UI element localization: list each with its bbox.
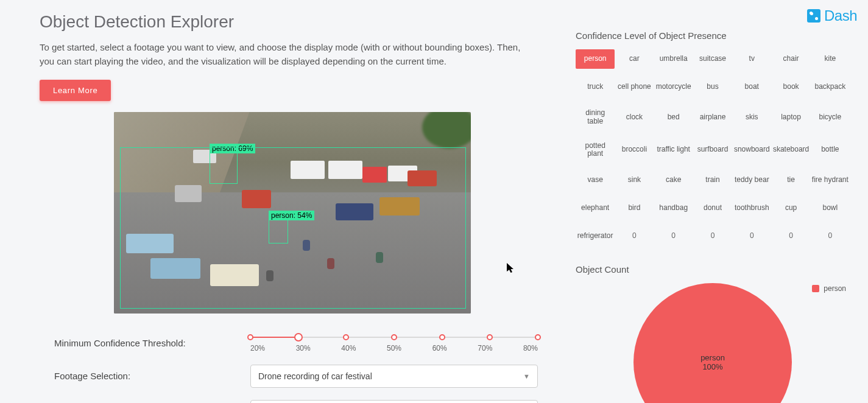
slider-handle[interactable] (294, 333, 303, 342)
threshold-label: Minimum Confidence Threshold: (54, 338, 250, 348)
heatmap-cell-person[interactable]: person (576, 49, 615, 69)
confidence-slider[interactable]: 20% 30% 40% 50% 60% 70% 80% (250, 334, 545, 352)
heatmap-cell-airplane[interactable]: airplane (693, 105, 732, 130)
heatmap-cell-fire-hydrant[interactable]: fire hydrant (811, 170, 850, 190)
heatmap-cell-bed[interactable]: bed (654, 105, 693, 130)
learn-more-button[interactable]: Learn More (40, 80, 111, 101)
heatmap-cell-bus[interactable]: bus (693, 77, 732, 97)
heatmap-cell-backpack[interactable]: backpack (811, 77, 850, 97)
heatmap-cell-snowboard[interactable]: snowboard (732, 138, 771, 163)
heatmap-cell-bird[interactable]: bird (615, 198, 654, 218)
heatmap-cell-donut[interactable]: donut (693, 198, 732, 218)
heatmap-cell-boat[interactable]: boat (732, 77, 771, 97)
heatmap-cell-tv[interactable]: tv (732, 49, 771, 69)
tick-50: 50% (387, 344, 401, 352)
heatmap-cell-0[interactable]: 0 (771, 226, 810, 246)
heatmap-cell-kite[interactable]: kite (811, 49, 850, 69)
pie-center-name: person (700, 353, 725, 362)
heatmap-cell-skateboard[interactable]: skateboard (771, 138, 810, 163)
page-title: Object Detection Explorer (40, 12, 545, 32)
detection-bbox-region (120, 147, 466, 309)
video-frame[interactable]: person: 69% person: 54% (114, 112, 471, 314)
tick-30: 30% (296, 344, 311, 352)
chevron-down-icon: ▼ (523, 373, 530, 380)
heatmap-cell-0[interactable]: 0 (732, 226, 771, 246)
heatmap-cell-bowl[interactable]: bowl (811, 198, 850, 218)
heatmap-cell-traffic-light[interactable]: traffic light (654, 138, 693, 163)
heatmap-cell-0[interactable]: 0 (654, 226, 693, 246)
pie-center-value: 100% (702, 362, 722, 371)
heatmap-cell-cell-phone[interactable]: cell phone (615, 77, 654, 97)
heatmap-cell-bicycle[interactable]: bicycle (811, 105, 850, 130)
heatmap-cell-motorcycle[interactable]: motorcycle (654, 77, 693, 97)
heatmap-title: Confidence Level of Object Presence (576, 30, 850, 41)
heatmap-cell-elephant[interactable]: elephant (576, 198, 615, 218)
heatmap-cell-sink[interactable]: sink (615, 170, 654, 190)
heatmap-cell-vase[interactable]: vase (576, 170, 615, 190)
heatmap-cell-0[interactable]: 0 (615, 226, 654, 246)
heatmap-cell-potted-plant[interactable]: potted plant (576, 138, 615, 163)
heatmap-cell-cake[interactable]: cake (654, 170, 693, 190)
heatmap-cell-laptop[interactable]: laptop (771, 105, 810, 130)
heatmap-cell-truck[interactable]: truck (576, 77, 615, 97)
heatmap-cell-clock[interactable]: clock (615, 105, 654, 130)
tick-60: 60% (432, 344, 447, 352)
confidence-heatmap[interactable]: personcarumbrellasuitcasetvchairkitetruc… (576, 49, 850, 246)
footage-select[interactable]: Drone recording of car festival ▼ (250, 365, 538, 388)
dash-logo-text: Dash (824, 7, 857, 24)
tick-40: 40% (341, 344, 356, 352)
heatmap-cell-train[interactable]: train (693, 170, 732, 190)
heatmap-cell-tie[interactable]: tie (771, 170, 810, 190)
tick-80: 80% (523, 344, 538, 352)
heatmap-cell-umbrella[interactable]: umbrella (654, 49, 693, 69)
object-count-title: Object Count (576, 264, 850, 275)
tick-20: 20% (250, 344, 265, 352)
heatmap-cell-skis[interactable]: skis (732, 105, 771, 130)
heatmap-cell-toothbrush[interactable]: toothbrush (732, 198, 771, 218)
heatmap-cell-bottle[interactable]: bottle (811, 138, 850, 163)
heatmap-cell-0[interactable]: 0 (811, 226, 850, 246)
heatmap-cell-handbag[interactable]: handbag (654, 198, 693, 218)
heatmap-cell-refrigerator[interactable]: refrigerator (576, 226, 615, 246)
heatmap-cell-0[interactable]: 0 (693, 226, 732, 246)
slider-ticks: 20% 30% 40% 50% 60% 70% 80% (250, 344, 538, 352)
heatmap-cell-car[interactable]: car (615, 49, 654, 69)
heatmap-cell-suitcase[interactable]: suitcase (693, 49, 732, 69)
pie-legend: person (812, 284, 846, 293)
footage-label: Footage Selection: (54, 371, 250, 381)
dash-logo[interactable]: Dash (807, 7, 857, 24)
object-count-pie[interactable]: person 100% (633, 283, 792, 403)
intro-text: To get started, select a footage you wan… (40, 40, 527, 69)
heatmap-cell-book[interactable]: book (771, 77, 810, 97)
tick-70: 70% (478, 344, 492, 352)
heatmap-cell-cup[interactable]: cup (771, 198, 810, 218)
mode-select[interactable]: Display with Bounding Boxes ▼ (250, 400, 538, 404)
footage-select-value: Drone recording of car festival (258, 371, 372, 381)
heatmap-cell-broccoli[interactable]: broccoli (615, 138, 654, 163)
heatmap-cell-teddy-bear[interactable]: teddy bear (732, 170, 771, 190)
heatmap-cell-dining-table[interactable]: dining table (576, 105, 615, 130)
legend-label: person (824, 284, 846, 293)
legend-swatch-icon (812, 285, 819, 292)
heatmap-cell-chair[interactable]: chair (771, 49, 810, 69)
heatmap-cell-surfboard[interactable]: surfboard (693, 138, 732, 163)
dash-logo-icon (807, 9, 820, 23)
